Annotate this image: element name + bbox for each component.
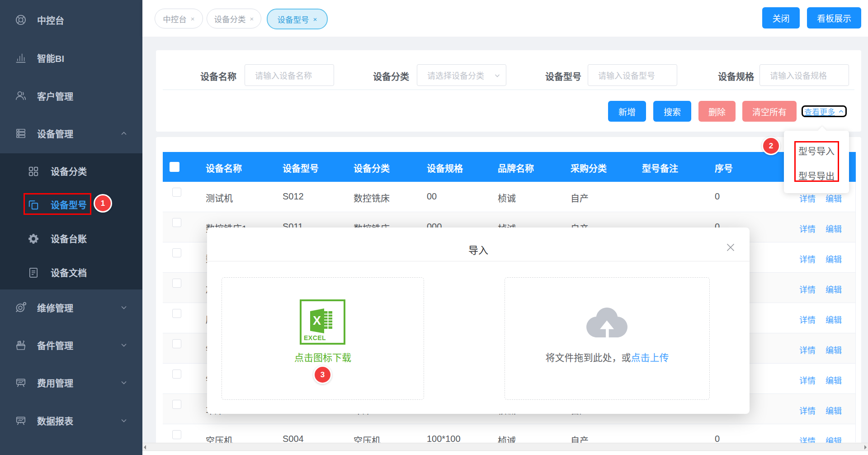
svg-text:EXCEL: EXCEL (304, 334, 326, 341)
svg-text:X: X (313, 314, 321, 327)
